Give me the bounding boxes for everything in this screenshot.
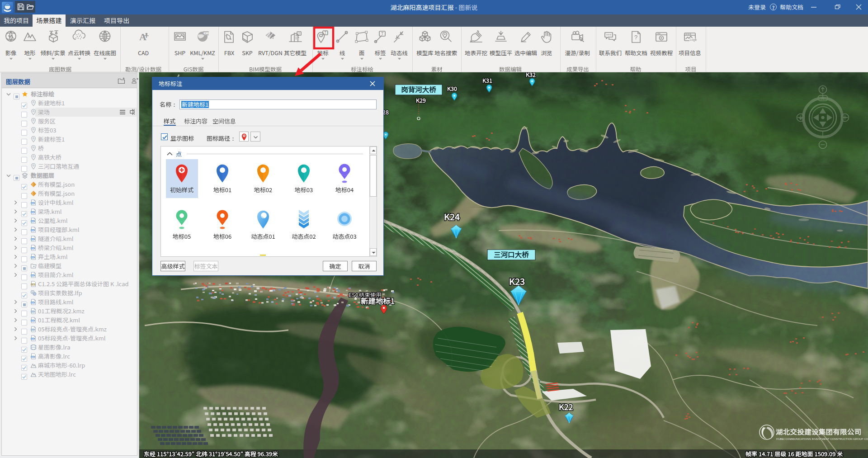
svg-text:K32: K32 (526, 72, 536, 79)
svg-text:KML: KML (31, 203, 34, 204)
svg-text:K31: K31 (482, 76, 492, 85)
svg-text:LCAD: LCAD (31, 284, 36, 286)
svg-text:K24: K24 (444, 210, 460, 223)
svg-text:2: 2 (272, 35, 274, 40)
svg-text:K23: K23 (509, 274, 525, 288)
svg-text:K30: K30 (447, 84, 457, 93)
svg-text:KML: KML (31, 320, 34, 322)
svg-text:Logo: Logo (690, 37, 697, 42)
svg-text:KML: KML (31, 302, 34, 304)
svg-text:KML: KML (31, 275, 34, 277)
svg-text:KML: KML (31, 221, 34, 222)
svg-text:KML: KML (31, 230, 34, 231)
svg-text:N: N (821, 96, 825, 101)
svg-text:HUBEI COMMUNICATIONS INVESTMEN: HUBEI COMMUNICATIONS INVESTMENT CONSTRUC… (776, 437, 868, 440)
svg-text:新建地标1: 新建地标1 (361, 295, 395, 306)
svg-text:KMZ: KMZ (31, 311, 35, 313)
svg-text:岗背河大桥: 岗背河大桥 (401, 84, 436, 94)
svg-text:KML: KML (31, 248, 34, 250)
svg-text:K29: K29 (416, 96, 426, 104)
svg-text:T: T (298, 31, 300, 36)
svg-text:?: ? (634, 34, 637, 41)
svg-text:KMZ: KMZ (31, 329, 35, 331)
svg-text:湖北交投建设集团有限公司: 湖北交投建设集团有限公司 (776, 426, 862, 436)
svg-text:LRC: LRC (31, 356, 35, 358)
svg-text:KML: KML (31, 239, 34, 241)
svg-text:三河口大桥: 三河口大桥 (494, 249, 529, 259)
svg-text:A: A (139, 31, 146, 42)
svg-text:帧率 14.71 层级 16 距地面 1509.09 米: 帧率 14.71 层级 16 距地面 1509.09 米 (745, 449, 843, 458)
svg-text:KML: KML (31, 212, 34, 213)
svg-text:东经 115°13′42.59″ 北纬 31°19′54.5: 东经 115°13′42.59″ 北纬 31°19′54.50″ 高程 96.3… (144, 449, 278, 458)
svg-text:KML: KML (31, 338, 34, 340)
svg-text:K22: K22 (559, 401, 573, 412)
svg-text:KML: KML (31, 257, 34, 259)
